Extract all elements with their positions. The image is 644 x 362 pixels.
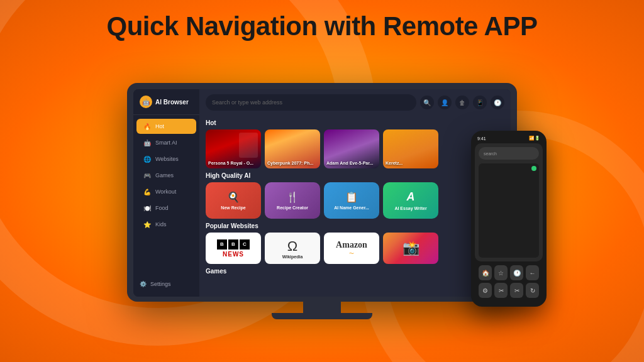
user-icon-btn[interactable]: 👤 xyxy=(438,96,452,109)
wiki-label: Wikipedia xyxy=(282,255,303,259)
games-section-title: Games xyxy=(206,268,504,275)
ai-card-creator[interactable]: 🍴 Recipe Creator xyxy=(265,182,320,219)
nav-websites-label: Websites xyxy=(155,156,179,162)
game-card-persona[interactable]: Persona 5 Royal - O... xyxy=(206,129,261,168)
bbc-b2: B xyxy=(228,239,238,250)
search-button[interactable]: 🔍 xyxy=(420,96,434,109)
search-placeholder: Search or type web address xyxy=(212,99,282,106)
delete-icon-btn[interactable]: 🗑 xyxy=(455,96,469,109)
tv-main-content: Search or type web address 🔍 👤 🗑 📱 🕐 Hot xyxy=(199,89,511,297)
tablet-icon-btn[interactable]: 📱 xyxy=(473,96,487,109)
search-input[interactable]: Search or type web address xyxy=(206,94,416,111)
instagram-icon: 📸 xyxy=(402,240,419,256)
name-gen-label: AI Name Gener... xyxy=(334,206,369,210)
game-card-keretz[interactable]: Keretz... xyxy=(383,129,438,168)
name-gen-icon: 📋 xyxy=(345,191,358,203)
keretz-label: Keretz... xyxy=(386,161,402,166)
phone-refresh-btn[interactable]: ↻ xyxy=(526,283,539,298)
phone-nav-grid: 🏠 ☆ 🕐 ← ⚙ ✂ ✂ ↻ xyxy=(475,261,543,302)
kids-icon: ⭐ xyxy=(143,220,152,229)
sidebar-item-websites[interactable]: 🌐 Websites xyxy=(136,151,196,167)
phone-back-btn[interactable]: ← xyxy=(526,265,539,280)
essay-icon: A xyxy=(407,190,415,204)
settings-icon: ⚙️ xyxy=(140,281,147,287)
websites-icon: 🌐 xyxy=(143,155,152,163)
sidebar-item-smart-ai[interactable]: 🤖 Smart AI xyxy=(136,135,196,150)
phone-notch: 9:41 📶🔋 xyxy=(475,136,543,143)
hot-section-title: Hot xyxy=(206,119,504,126)
amazon-text: Amazon xyxy=(336,240,367,250)
nav-games-label: Games xyxy=(155,172,174,178)
phone-content-area xyxy=(479,163,539,258)
website-instagram[interactable]: 📸 xyxy=(383,233,438,264)
sidebar-item-workout[interactable]: 💪 Workout xyxy=(136,184,196,199)
brand-icon: 🤖 xyxy=(140,96,152,108)
ai-cards-row: 🍳 New Recipe 🍴 Recipe Creator 📋 AI Name … xyxy=(206,182,504,219)
phone-cut-btn-1[interactable]: ✂ xyxy=(494,283,508,298)
ai-card-essay[interactable]: A AI Essay Writer xyxy=(383,182,438,219)
phone-cut-btn-2[interactable]: ✂ xyxy=(510,283,523,298)
phone-home-btn[interactable]: 🏠 xyxy=(479,265,492,280)
sidebar-item-games[interactable]: 🎮 Games xyxy=(136,168,196,183)
phone-body: 9:41 📶🔋 search 🏠 ☆ 🕐 xyxy=(471,131,547,307)
game-card-adam[interactable]: Adam And Eve-5-Par... xyxy=(324,129,379,168)
games-icon: 🎮 xyxy=(143,171,152,180)
phone-star-btn[interactable]: ☆ xyxy=(494,265,508,280)
hot-icon: 🔥 xyxy=(143,122,152,131)
ai-section-title: High Quality AI xyxy=(206,172,504,179)
clock-icon-btn[interactable]: 🕐 xyxy=(491,96,504,109)
sidebar-item-hot[interactable]: 🔥 Hot xyxy=(136,119,196,134)
tv-stand-neck xyxy=(303,302,341,313)
recipe-label: New Recipe xyxy=(221,206,245,210)
page-title: Quick Navigation with Remote APP xyxy=(0,0,644,49)
tv-screen: 🤖 AI Browser 🔥 Hot 🤖 Smart AI 🌐 Websites xyxy=(133,89,511,297)
phone-remote: 9:41 📶🔋 search 🏠 ☆ 🕐 xyxy=(471,131,547,307)
smart-ai-icon: 🤖 xyxy=(143,138,152,147)
brand-name: AI Browser xyxy=(155,99,189,106)
adam-label: Adam And Eve-5-Par... xyxy=(326,161,373,166)
phone-search-input[interactable]: search xyxy=(479,147,539,160)
nav-workout-label: Workout xyxy=(155,189,176,195)
sidebar-item-kids[interactable]: ⭐ Kids xyxy=(136,217,196,232)
online-indicator xyxy=(531,166,536,171)
nav-food-label: Food xyxy=(155,205,169,211)
essay-label: AI Essay Writer xyxy=(394,206,426,211)
main-scene: 🤖 AI Browser 🔥 Hot 🤖 Smart AI 🌐 Websites xyxy=(0,49,644,338)
creator-icon: 🍴 xyxy=(286,191,299,203)
recipe-icon: 🍳 xyxy=(227,191,240,203)
bbc-b3: C xyxy=(240,239,250,250)
settings-label: Settings xyxy=(150,281,171,287)
website-wikipedia[interactable]: Ω Wikipedia xyxy=(265,233,320,264)
tv-scroll-area: Hot Persona 5 Royal - O... Cyberpunk 207… xyxy=(199,116,511,297)
cyberpunk-label: Cyberpunk 2077: Ph... xyxy=(267,161,313,166)
bbc-b1: B xyxy=(217,239,227,250)
phone-settings-btn[interactable]: ⚙ xyxy=(479,283,492,298)
phone-time: 9:41 xyxy=(477,136,486,141)
creator-label: Recipe Creator xyxy=(277,206,308,210)
persona-label: Persona 5 Royal - O... xyxy=(208,161,253,166)
tv-search-bar: Search or type web address 🔍 👤 🗑 📱 🕐 xyxy=(199,89,511,116)
ai-card-recipe[interactable]: 🍳 New Recipe xyxy=(206,182,261,219)
ai-card-name-gen[interactable]: 📋 AI Name Gener... xyxy=(324,182,379,219)
nav-smart-ai-label: Smart AI xyxy=(155,140,177,146)
websites-section-title: Popular Websites xyxy=(206,222,504,229)
websites-cards-row: B B C NEWS Ω xyxy=(206,233,504,264)
sidebar-settings[interactable]: ⚙️ Settings xyxy=(133,278,199,290)
bbc-news-text: NEWS xyxy=(223,251,244,258)
bbc-boxes: B B C xyxy=(217,239,250,250)
nav-hot-label: Hot xyxy=(155,123,164,129)
tv-body: 🤖 AI Browser 🔥 Hot 🤖 Smart AI 🌐 Websites xyxy=(127,83,517,302)
website-amazon[interactable]: Amazon 〜 xyxy=(324,233,379,264)
hot-cards-row: Persona 5 Royal - O... Cyberpunk 2077: P… xyxy=(206,129,504,168)
food-icon: 🍽️ xyxy=(143,204,152,212)
tv-stand-base xyxy=(272,313,372,319)
tv: 🤖 AI Browser 🔥 Hot 🤖 Smart AI 🌐 Websites xyxy=(127,83,517,319)
nav-kids-label: Kids xyxy=(155,221,167,228)
website-bbc[interactable]: B B C NEWS xyxy=(206,233,261,264)
phone-status: 📶🔋 xyxy=(529,136,540,141)
game-card-cyberpunk[interactable]: Cyberpunk 2077: Ph... xyxy=(265,129,320,168)
sidebar-item-food[interactable]: 🍽️ Food xyxy=(136,200,196,216)
wiki-omega-icon: Ω xyxy=(287,238,297,255)
phone-history-btn[interactable]: 🕐 xyxy=(510,265,523,280)
tv-sidebar: 🤖 AI Browser 🔥 Hot 🤖 Smart AI 🌐 Websites xyxy=(133,89,199,297)
